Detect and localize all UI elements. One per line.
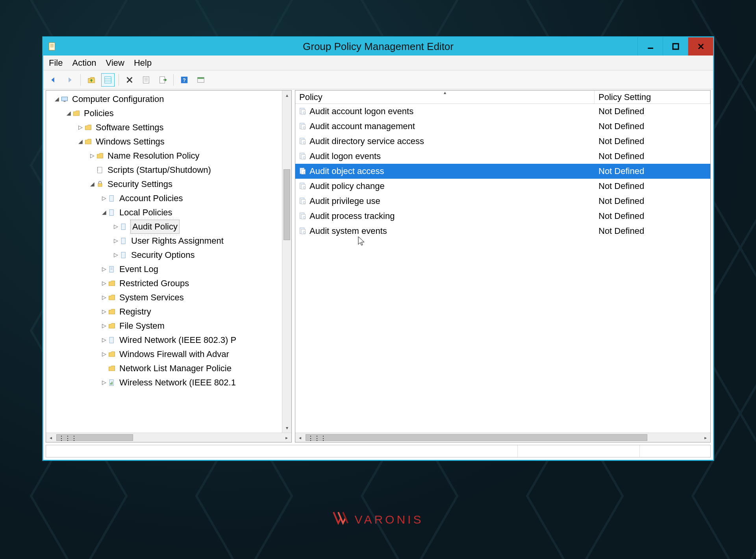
delete-button[interactable] [123,73,136,87]
up-folder-button[interactable] [85,73,98,87]
list-item[interactable]: Audit privilege useNot Defined [295,194,710,209]
svg-rect-30 [121,238,125,244]
policy-icon [107,208,116,217]
tree-label: Name Resolution Policy [107,149,200,163]
tree-node-windows-settings[interactable]: ◢ Windows Settings [46,135,291,149]
tree-label: User Rights Assignment [130,234,224,248]
menu-help[interactable]: Help [134,58,152,68]
menu-bar: File Action View Help [43,56,713,70]
status-segment [639,445,710,457]
list-item[interactable]: Audit directory service accessNot Define… [295,134,710,149]
tree-node-network-list[interactable]: ▷ Network List Manager Policie [46,361,291,376]
scrollbar-thumb[interactable]: ⋮⋮⋮ [306,434,647,441]
policy-setting: Not Defined [595,136,710,146]
policy-name: Audit account logon events [309,106,413,117]
list-horizontal-scrollbar[interactable]: ◂ ⋮⋮⋮ ▸ [295,433,710,442]
tree-node-local-policies[interactable]: ◢ Local Policies [46,205,291,220]
policy-setting: Not Defined [595,181,710,191]
script-icon [96,166,104,174]
scrollbar-thumb[interactable]: ⋮⋮⋮ [56,434,133,441]
tree-node-security-settings[interactable]: ◢ Security Settings [46,177,291,191]
tree-label: Security Settings [107,178,173,191]
list-item[interactable]: Audit logon eventsNot Defined [295,149,710,164]
menu-file[interactable]: File [49,58,63,68]
menu-action[interactable]: Action [72,58,96,68]
tree-node-audit-policy[interactable]: ▷ Audit Policy [46,220,291,234]
forward-button[interactable] [63,73,76,87]
policy-setting: Not Defined [595,106,710,117]
tree-view[interactable]: ◢ Computer Configuration ◢ Policies ▷ So… [46,91,291,433]
tree-horizontal-scrollbar[interactable]: ◂ ⋮⋮⋮ ▸ [46,433,291,442]
export-button[interactable] [156,73,169,87]
scroll-right-icon[interactable]: ▸ [282,433,291,442]
show-hide-button[interactable] [194,73,208,87]
tree-node-system-services[interactable]: ▷ System Services [46,291,291,305]
tree-node-wireless-network[interactable]: ▷ Wireless Network (IEEE 802.1 [46,376,291,390]
list-item[interactable]: Audit object accessNot Defined [295,164,710,179]
tree-node-account-policies[interactable]: ▷ Account Policies [46,191,291,205]
svg-rect-26 [98,183,102,187]
tree-node-user-rights[interactable]: ▷ User Rights Assignment [46,234,291,248]
toolbar-separator [80,74,81,86]
tree-node-windows-firewall[interactable]: ▷ Windows Firewall with Advar [46,347,291,361]
tree-pane: ◢ Computer Configuration ◢ Policies ▷ So… [46,90,292,442]
list-item[interactable]: Audit policy changeNot Defined [295,179,710,194]
policy-item-icon [298,137,307,146]
scroll-down-icon[interactable]: ▾ [282,423,291,433]
menu-view[interactable]: View [106,58,124,68]
tree-node-software-settings[interactable]: ▷ Software Settings [46,120,291,135]
folder-icon [107,293,116,302]
tree-label: Wireless Network (IEEE 802.1 [119,376,237,389]
policy-setting: Not Defined [595,166,710,176]
tree-node-registry[interactable]: ▷ Registry [46,305,291,319]
policy-name: Audit policy change [309,181,385,191]
list-item[interactable]: Audit system eventsNot Defined [295,224,710,239]
column-header-policy[interactable]: Policy ▴ [295,91,595,104]
scroll-left-icon[interactable]: ◂ [46,433,56,442]
policy-list[interactable]: Audit account logon eventsNot DefinedAud… [295,104,710,433]
list-item[interactable]: Audit account managementNot Defined [295,119,710,134]
tree-label: Windows Settings [95,135,165,148]
details-view-button[interactable] [101,73,115,87]
status-bar [46,445,711,457]
tree-node-security-options[interactable]: ▷ Security Options [46,248,291,262]
column-label: Policy Setting [598,92,651,102]
tree-label: Wired Network (IEEE 802.3) P [119,333,237,347]
tree-node-wired-network[interactable]: ▷ Wired Network (IEEE 802.3) P [46,333,291,347]
title-bar[interactable]: Group Policy Management Editor [43,37,713,56]
svg-rect-24 [64,101,66,102]
scrollbar-thumb[interactable] [284,169,290,240]
svg-rect-37 [110,383,111,385]
scroll-left-icon[interactable]: ◂ [295,433,305,442]
tree-node-name-resolution[interactable]: ▷ Name Resolution Policy [46,149,291,163]
policy-name: Audit process tracking [309,211,395,221]
svg-rect-29 [121,224,125,230]
folder-icon [84,123,93,132]
properties-button[interactable] [139,73,153,87]
tree-node-scripts[interactable]: ▷ Scripts (Startup/Shutdown) [46,163,291,177]
policy-name: Audit directory service access [309,136,424,146]
svg-rect-22 [198,77,204,79]
policy-name: Audit object access [309,166,384,176]
back-button[interactable] [46,73,60,87]
policy-setting: Not Defined [595,196,710,206]
tree-node-file-system[interactable]: ▷ File System [46,319,291,333]
list-item[interactable]: Audit account logon eventsNot Defined [295,104,710,119]
tree-node-computer-configuration[interactable]: ◢ Computer Configuration [46,92,291,106]
column-header-setting[interactable]: Policy Setting [595,91,710,104]
scroll-right-icon[interactable]: ▸ [701,433,710,442]
policy-icon [119,251,128,259]
scroll-up-icon[interactable]: ▴ [282,91,291,100]
policy-item-icon [298,212,307,220]
network-icon [107,378,116,387]
tree-vertical-scrollbar[interactable]: ▴ ▾ [282,91,291,433]
tree-node-policies[interactable]: ◢ Policies [46,106,291,120]
brand-text: VARONIS [355,513,424,526]
list-item[interactable]: Audit process trackingNot Defined [295,209,710,224]
tree-label: Network List Manager Policie [119,362,232,375]
help-button[interactable]: ? [178,73,191,87]
column-label: Policy [299,92,322,102]
tree-node-event-log[interactable]: ▷ Event Log [46,262,291,276]
tree-node-restricted-groups[interactable]: ▷ Restricted Groups [46,276,291,291]
policy-item-icon [298,182,307,191]
